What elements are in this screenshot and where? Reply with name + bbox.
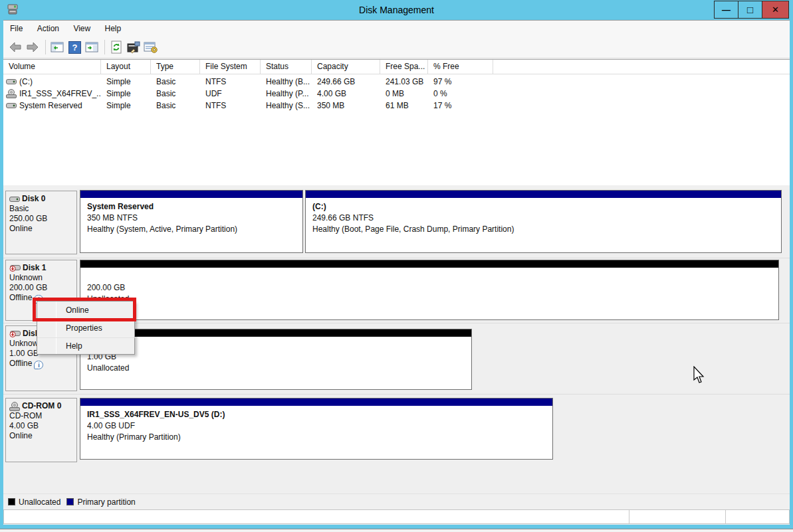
disk-icon [9, 195, 20, 203]
volume-list-header: Volume Layout Type File System Status Ca… [3, 60, 790, 74]
volume-status: Healthy (P... [261, 88, 312, 100]
console-body: File Action View Help [3, 20, 790, 525]
disk-type: CD-ROM [9, 411, 73, 421]
legend-label-primary: Primary partition [77, 497, 135, 507]
column-header-percent-free[interactable]: % Free [428, 60, 493, 74]
toolbar: ? [3, 37, 790, 58]
partition-system-reserved[interactable]: System Reserved 350 MB NTFS Healthy (Sys… [80, 190, 303, 253]
column-header-capacity[interactable]: Capacity [312, 60, 380, 74]
volume-file-system: NTFS [200, 100, 261, 112]
disk-type: Basic [9, 204, 73, 214]
disk-settings-glyph [144, 41, 158, 54]
cdrom-0-label[interactable]: CD-ROM 0 CD-ROM 4.00 GB Online [5, 398, 77, 462]
volume-row-1[interactable]: IR1_SSS_X64FREV_... Simple Basic UDF Hea… [3, 88, 790, 100]
volume-status: Healthy (B... [261, 76, 312, 88]
primary-partition-band [80, 399, 552, 407]
drive-icon [6, 102, 17, 110]
disk-offline-icon [9, 329, 21, 338]
forward-icon[interactable] [25, 39, 41, 55]
disk-size: 200.00 GB [9, 283, 73, 293]
volume-percent-free: 97 % [428, 76, 493, 88]
disk-status: Offlinei [9, 359, 73, 369]
menu-bar: File Action View Help [3, 21, 790, 37]
partition-status: Unallocated [87, 294, 776, 305]
disk-name: Disk 1 [23, 263, 46, 273]
volume-layout: Simple [101, 76, 151, 88]
disk-size: 4.00 GB [9, 421, 73, 431]
partition-size: 249.66 GB NTFS [312, 213, 778, 224]
volume-status: Healthy (S... [261, 100, 312, 112]
menu-view[interactable]: View [67, 23, 96, 35]
disk-settings-icon[interactable] [143, 39, 159, 55]
column-header-layout[interactable]: Layout [101, 60, 151, 74]
partition-title [87, 271, 776, 282]
desktop-edge [0, 529, 793, 532]
drive-icon [6, 78, 17, 86]
volume-row-2[interactable]: System Reserved Simple Basic NTFS Health… [3, 100, 790, 112]
volume-row-0[interactable]: (C:) Simple Basic NTFS Healthy (B... 249… [3, 76, 790, 88]
disk-type: Unknown [9, 273, 73, 283]
primary-partition-band [80, 191, 302, 199]
volume-capacity: 350 MB [312, 100, 380, 112]
volume-free-space: 241.03 GB [380, 76, 428, 88]
volume-free-space: 0 MB [380, 88, 428, 100]
disk-name: Disk 0 [22, 194, 45, 204]
status-bar [3, 509, 790, 524]
menu-item-properties[interactable]: Properties [37, 319, 136, 337]
help-icon[interactable]: ? [66, 39, 82, 55]
volume-layout: Simple [101, 88, 151, 100]
partition-status: Healthy (Boot, Page File, Crash Dump, Pr… [312, 224, 778, 235]
menu-help[interactable]: Help [99, 23, 128, 35]
window-title: Disk Management [0, 0, 793, 20]
info-icon[interactable]: i [34, 361, 43, 369]
menu-action[interactable]: Action [31, 23, 65, 35]
show-console-tree-icon[interactable] [49, 39, 65, 55]
disk-1-unallocated-region[interactable]: 200.00 GB Unallocated [80, 260, 779, 320]
close-button[interactable]: ✕ [762, 1, 789, 19]
title-bar: Disk Management — □ ✕ [0, 0, 793, 20]
partition-status: Healthy (System, Active, Primary Partiti… [87, 224, 300, 235]
partition-size: 350 MB NTFS [87, 213, 300, 224]
partition-size: 4.00 GB UDF [87, 420, 550, 432]
unallocated-band [80, 329, 471, 338]
column-header-file-system[interactable]: File System [200, 60, 261, 74]
disk-size: 250.00 GB [9, 214, 73, 224]
column-header-volume[interactable]: Volume [3, 60, 101, 74]
annotation-highlight-box [33, 298, 136, 321]
partition-size: 1.00 GB [87, 351, 469, 363]
volume-percent-free: 0 % [428, 88, 493, 100]
column-header-free-space[interactable]: Free Spa... [380, 60, 428, 74]
forward-arrow-glyph [26, 42, 39, 52]
volume-file-system: UDF [200, 88, 261, 100]
status-bar-divider [725, 510, 726, 523]
properties-icon[interactable] [126, 39, 142, 55]
disk-0-label[interactable]: Disk 0 Basic 250.00 GB Online [5, 191, 77, 254]
disk-2-unallocated-region[interactable]: 1.00 GB Unallocated [80, 329, 472, 390]
action-pane-glyph [85, 41, 98, 53]
primary-partition-band [306, 191, 781, 199]
console-tree-glyph [51, 41, 64, 53]
menu-item-help[interactable]: Help [37, 337, 136, 355]
refresh-icon[interactable] [108, 39, 124, 55]
disk-row-separator [3, 394, 790, 395]
back-arrow-glyph [9, 42, 22, 52]
back-icon[interactable] [7, 39, 23, 55]
cd-drive-icon [6, 89, 17, 98]
partition-size: 200.00 GB [87, 282, 776, 294]
volume-type: Basic [151, 76, 200, 88]
maximize-button[interactable]: □ [738, 1, 762, 19]
volume-capacity: 4.00 GB [312, 88, 380, 100]
partition-d-drive[interactable]: IR1_SSS_X64FREV_EN-US_DV5 (D:) 4.00 GB U… [80, 398, 553, 460]
show-action-pane-icon[interactable] [84, 39, 100, 55]
menu-file[interactable]: File [4, 23, 29, 35]
mouse-cursor [693, 366, 705, 387]
unallocated-band [80, 260, 778, 269]
partition-c-drive[interactable]: (C:) 249.66 GB NTFS Healthy (Boot, Page … [305, 190, 782, 253]
toolbar-separator [45, 40, 46, 54]
column-header-type[interactable]: Type [151, 60, 200, 74]
column-header-status[interactable]: Status [261, 60, 312, 74]
help-glyph: ? [68, 41, 81, 54]
disk-status: Online [9, 224, 73, 234]
volume-percent-free: 17 % [428, 100, 493, 112]
minimize-button[interactable]: — [714, 1, 738, 19]
